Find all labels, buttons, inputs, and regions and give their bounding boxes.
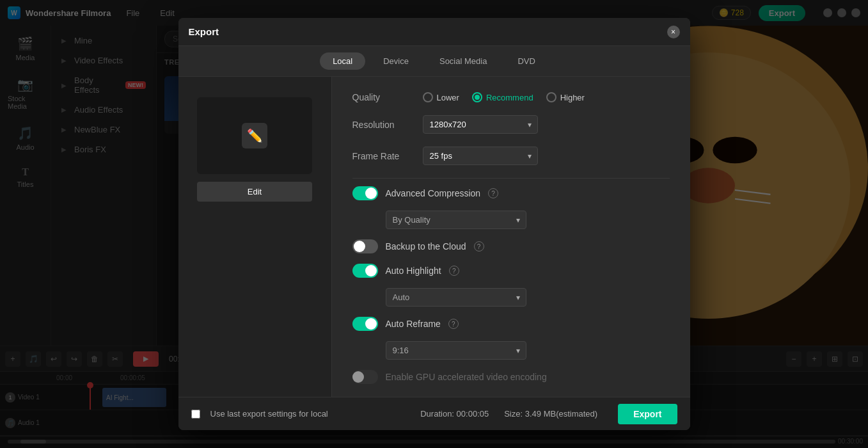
advanced-compression-help[interactable]: ? xyxy=(488,188,498,198)
duration-label: Duration: xyxy=(420,409,456,419)
auto-highlight-select-wrapper: Auto Manual xyxy=(386,288,526,307)
frame-rate-select[interactable]: 24 fps 25 fps 30 fps 60 fps xyxy=(423,147,538,165)
auto-highlight-select[interactable]: Auto Manual xyxy=(386,288,526,307)
frame-rate-select-wrapper: 24 fps 25 fps 30 fps 60 fps xyxy=(423,147,538,165)
frame-rate-row: Frame Rate 24 fps 25 fps 30 fps 60 fps xyxy=(352,147,670,165)
export-action-button[interactable]: Export xyxy=(618,404,677,424)
dialog-header: Export × xyxy=(178,18,690,46)
auto-reframe-toggle[interactable] xyxy=(352,317,378,331)
quality-higher-radio[interactable] xyxy=(546,92,556,102)
size-info: Size: 3.49 MB(estimated) xyxy=(504,409,597,419)
auto-reframe-label: Auto Reframe xyxy=(386,319,441,329)
by-quality-select[interactable]: By Quality By Bitrate xyxy=(386,211,526,229)
dialog-footer: Use last export settings for local Durat… xyxy=(178,397,690,430)
duration-info: Duration: 00:00:05 xyxy=(420,409,489,419)
backup-cloud-help[interactable]: ? xyxy=(474,241,484,252)
quality-higher-option[interactable]: Higher xyxy=(546,92,585,102)
quality-lower-label: Lower xyxy=(437,93,459,102)
tab-social-media[interactable]: Social Media xyxy=(427,52,500,70)
auto-highlight-toggle[interactable] xyxy=(352,264,378,278)
edit-button[interactable]: Edit xyxy=(197,182,312,202)
dialog-body: ✏️ Edit Quality Lower xyxy=(178,77,690,397)
resolution-select-wrapper: 1280x720 1920x1080 3840x2160 xyxy=(423,115,538,134)
gpu-toggle[interactable] xyxy=(352,370,378,384)
quality-recommend-label: Recommend xyxy=(486,93,533,102)
advanced-compression-knob xyxy=(365,188,377,199)
quality-recommend-dot xyxy=(475,95,480,100)
dialog-close-button[interactable]: × xyxy=(667,26,680,38)
advanced-compression-toggle[interactable] xyxy=(352,186,378,200)
auto-reframe-select-wrapper: 16:9 1:1 4:5 9:16 xyxy=(386,341,526,360)
by-quality-row: By Quality By Bitrate xyxy=(352,211,670,229)
settings-divider-1 xyxy=(352,178,670,179)
use-last-settings-checkbox[interactable] xyxy=(191,410,200,419)
quality-lower-option[interactable]: Lower xyxy=(423,92,459,102)
auto-reframe-row: Auto Reframe ? xyxy=(352,317,670,331)
app-window: W Wondershare Filmora File Edit 🪙 728 Ex… xyxy=(0,0,868,448)
auto-highlight-row: Auto Highlight ? xyxy=(352,264,670,278)
footer-info: Duration: 00:00:05 Size: 3.49 MB(estimat… xyxy=(420,409,597,419)
modal-overlay: Export × Local Device Social Media DVD xyxy=(0,0,868,448)
quality-lower-radio[interactable] xyxy=(423,92,433,102)
gpu-knob xyxy=(352,371,364,383)
resolution-select[interactable]: 1280x720 1920x1080 3840x2160 xyxy=(423,115,538,134)
resolution-row: Resolution 1280x720 1920x1080 3840x2160 xyxy=(352,115,670,134)
resolution-label: Resolution xyxy=(352,120,423,130)
thumbnail-icon: ✏️ xyxy=(242,123,267,148)
advanced-compression-label: Advanced Compression xyxy=(386,188,481,198)
auto-reframe-knob xyxy=(365,318,377,330)
dialog-right-panel: Quality Lower Recommend xyxy=(332,77,690,397)
auto-highlight-help[interactable]: ? xyxy=(449,266,459,276)
quality-radio-group: Lower Recommend Higher xyxy=(423,92,585,102)
auto-highlight-value-row: Auto Manual xyxy=(352,288,670,307)
frame-rate-label: Frame Rate xyxy=(352,151,423,161)
auto-reframe-value-row: 16:9 1:1 4:5 9:16 xyxy=(352,341,670,360)
advanced-compression-row: Advanced Compression ? xyxy=(352,186,670,200)
tab-dvd[interactable]: DVD xyxy=(505,52,548,70)
quality-row: Quality Lower Recommend xyxy=(352,92,670,102)
tab-local[interactable]: Local xyxy=(320,52,365,70)
dialog-title: Export xyxy=(189,26,219,37)
export-dialog: Export × Local Device Social Media DVD xyxy=(178,18,690,430)
dialog-left-panel: ✏️ Edit xyxy=(178,77,332,397)
quality-recommend-radio[interactable] xyxy=(472,92,482,102)
backup-cloud-row: Backup to the Cloud ? xyxy=(352,239,670,253)
backup-cloud-toggle[interactable] xyxy=(352,239,378,253)
auto-reframe-help[interactable]: ? xyxy=(448,319,459,329)
tab-device[interactable]: Device xyxy=(370,52,422,70)
quality-higher-label: Higher xyxy=(560,93,585,102)
tab-bar: Local Device Social Media DVD xyxy=(178,46,690,77)
gpu-label: Enable GPU accelerated video encoding xyxy=(386,372,547,382)
duration-value: 00:00:05 xyxy=(457,409,489,419)
quality-recommend-option[interactable]: Recommend xyxy=(472,92,533,102)
use-last-settings-label: Use last export settings for local xyxy=(210,409,328,419)
auto-highlight-label: Auto Highlight xyxy=(386,266,441,276)
backup-cloud-label: Backup to the Cloud xyxy=(386,241,466,252)
auto-reframe-select[interactable]: 16:9 1:1 4:5 9:16 xyxy=(386,341,526,360)
backup-cloud-knob xyxy=(354,241,365,252)
by-quality-select-wrapper: By Quality By Bitrate xyxy=(386,211,526,229)
thumbnail-area: ✏️ xyxy=(197,97,312,174)
auto-highlight-knob xyxy=(365,265,377,276)
quality-label: Quality xyxy=(352,92,423,102)
gpu-row: Enable GPU accelerated video encoding xyxy=(352,370,670,384)
